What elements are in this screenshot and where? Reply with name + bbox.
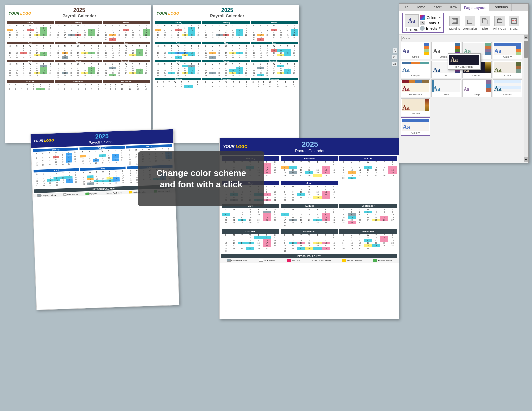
spreadsheet-peek-1: N (393, 48, 397, 53)
popup-overlay: Change color scheme and font with a clic… (138, 151, 264, 206)
doc5-october: October SMTWTFS 1234 567891011 121314151… (222, 229, 279, 252)
themes-group: Aa Themes Colors ▼ A Fonts ▼ (402, 13, 444, 33)
doc2-may: May SMTWTFS 123 45678910 11121314151617 … (202, 42, 249, 59)
themes-button[interactable]: Aa Themes (405, 14, 419, 31)
theme-retrospect-name: Retrospect (409, 93, 422, 96)
theme-integral[interactable]: Aa Integral (401, 61, 430, 78)
doc1-logo: YOUR LOGO (9, 11, 31, 15)
ribbon-other-buttons: Margins Orientation Size (449, 16, 520, 30)
scroll-down-btn[interactable]: ▼ (524, 157, 528, 162)
colors-icon (420, 15, 425, 20)
doc2-september: September SMTWTFS 123456 78910111213 141… (251, 60, 298, 76)
theme-ion-boardroom-name: Ion Board... (470, 74, 483, 77)
calendar-doc-2: YOUR LOGO 2025 Payroll Calendar January … (153, 5, 299, 143)
main-container: YOUR LOGO 2025 Payroll Calendar January … (0, 0, 532, 411)
orientation-button[interactable]: Orientation (463, 16, 477, 30)
breaks-button[interactable]: Brea... (509, 16, 519, 30)
tab-draw[interactable]: Draw (445, 4, 461, 11)
theme-gallery[interactable]: Aa Gallery (493, 42, 522, 59)
theme-row-5: Aa Gallery (401, 117, 522, 136)
tab-file[interactable]: File (399, 4, 412, 11)
themes-label: Themes (406, 28, 418, 31)
doc2-logo: YOUR LOGO (157, 11, 179, 15)
calendar-doc-1: YOUR LOGO 2025 Payroll Calendar January … (5, 5, 151, 143)
theme-damask[interactable]: Aa Damask (401, 98, 430, 116)
spreadsheet-peek-3: 21 (392, 62, 397, 66)
doc1-months-grid: January SMTWTFS 1234 567891011 121314151… (5, 21, 151, 79)
key-items-doc5: Company Holiday Bank Holiday Pay Date 1S… (220, 258, 399, 263)
doc2-january: January SMTWTFS 1234 567891011 121314151… (155, 21, 201, 41)
doc2-march: March SMTWTFS 1 2345678 9101112131415 16… (251, 21, 298, 41)
size-label: Size (482, 27, 488, 30)
ribbon-panel[interactable]: File Home Insert Draw Page Layout Formul… (399, 3, 529, 163)
breaks-icon (509, 16, 519, 26)
colors-chevron: ▼ (439, 16, 441, 19)
breaks-label: Brea... (510, 27, 519, 30)
orientation-icon (465, 16, 475, 26)
effects-item[interactable]: Effects ▼ (420, 26, 441, 31)
colors-item[interactable]: Colors ▼ (420, 15, 441, 20)
scroll-up-btn[interactable]: ▲ (524, 35, 528, 39)
month-january-1: January SMTWTFS 1234 567891011 121314151… (7, 21, 54, 41)
fonts-label: Fonts (427, 21, 436, 25)
doc2-february: February SMTWTFS 1 2345678 9101112131415… (202, 21, 249, 41)
doc2-year: 2025 (210, 7, 244, 13)
effects-label: Effects (426, 26, 437, 30)
print-area-button[interactable]: Print Area (493, 16, 506, 30)
effects-icon (420, 26, 425, 31)
ion-boardroom-preview: Aa Ion Boardroom (448, 53, 481, 70)
theme-damask-name: Damask (411, 112, 420, 115)
popup-text: Change color scheme and font with a clic… (150, 164, 253, 194)
margins-label: Margins (449, 27, 460, 30)
doc2-title: Payroll Calendar (210, 13, 244, 18)
doc2-august: August SMTWTFS 12 3456789 10111213141516… (202, 60, 249, 76)
svg-rect-0 (452, 18, 457, 24)
doc5-december: December SMTWTFS 123456 78910111213 1415… (339, 229, 397, 252)
doc5-september: September SMTWTFS 123456 78910111213 141… (339, 204, 397, 227)
theme-banded[interactable]: Aa Aa Banded (493, 79, 522, 97)
doc1-title: Payroll Calendar (62, 13, 96, 18)
doc5-july: July SMTWTFS 12345 6789101112 1314151617… (222, 204, 279, 227)
theme-retrospect[interactable]: Aa Retrospect (401, 79, 430, 97)
colors-label: Colors (427, 16, 437, 20)
theme-ion-name: Ion (444, 74, 448, 77)
tab-page-layout[interactable]: Page Layout (461, 4, 489, 11)
margins-icon (449, 16, 460, 26)
themes-icon: Aa (405, 14, 419, 27)
theme-gallery-bottom[interactable]: Aa Gallery (401, 117, 430, 136)
month-may-1: May SMTWTFS 123 45678910 11121314151617 … (55, 42, 101, 59)
fonts-icon: A (420, 21, 425, 25)
effects-chevron: ▼ (438, 27, 441, 30)
fonts-item[interactable]: A Fonts ▼ (420, 21, 441, 25)
office-section-label: Office (401, 36, 522, 41)
tab-insert[interactable]: Insert (429, 4, 445, 11)
margins-button[interactable]: Margins (449, 16, 460, 30)
tab-formulas[interactable]: Formulas (489, 4, 512, 11)
theme-gallery: Office Aa Office (399, 35, 528, 162)
theme-banded-name: Banded (503, 93, 512, 96)
scroll-thumb (524, 41, 528, 58)
svg-rect-13 (512, 18, 516, 24)
key-bar-doc5: PAY SCHEDULE KEY: (221, 254, 397, 258)
svg-rect-8 (484, 20, 487, 24)
doc5-february: February SMTWTFS 1 2345678 9101112131415… (281, 156, 338, 179)
size-button[interactable]: Size (480, 16, 490, 30)
doc5-march: March SMTWTFS 1 2345678 9101112131415 16… (339, 156, 397, 179)
spreadsheet-peek-2: 20 (392, 55, 397, 59)
month-july-1: July SMTWTFS 12345 6789101112 1314151617… (7, 60, 54, 79)
doc5-august: August SMTWTFS 12 3456789 10111213141516… (281, 204, 338, 227)
tab-home[interactable]: Home (412, 4, 429, 11)
fonts-chevron: ▼ (437, 21, 440, 24)
theme-office[interactable]: Aa Office (401, 42, 430, 59)
theme-wisp[interactable]: Aa Aa Ion Boardroom (462, 79, 492, 97)
theme-organic[interactable]: Aa Organic (493, 61, 522, 78)
doc2-july: July SMTWTFS 12345 6789101112 1314151617… (155, 60, 201, 76)
doc1-year: 2025 (62, 7, 96, 13)
colors-fonts-effects: Colors ▼ A Fonts ▼ Effects ▼ (420, 15, 441, 31)
theme-slice[interactable]: Aa Slice (431, 79, 461, 97)
svg-rect-9 (497, 19, 502, 23)
print-area-icon (494, 16, 505, 26)
month-june-1: June SMTWTFS 1234567 891011121314 151617… (103, 42, 150, 59)
month-march-1: March SMTWTFS 1 2345678 9101112131415 16… (103, 21, 150, 41)
svg-rect-7 (483, 18, 486, 23)
